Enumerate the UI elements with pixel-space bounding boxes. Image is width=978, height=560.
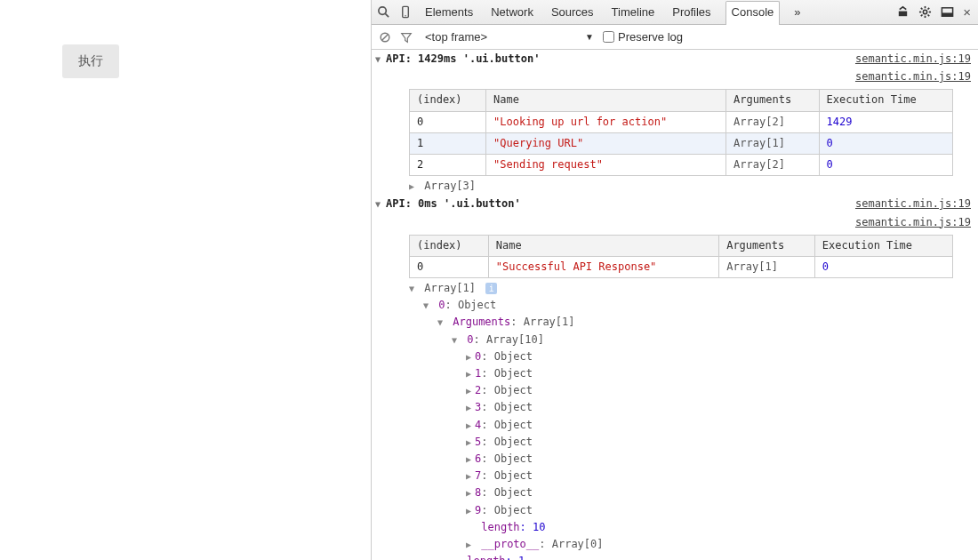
tree-leaf: length: 1: [409, 553, 978, 560]
preserve-log[interactable]: Preserve log: [603, 30, 683, 44]
tree-leaf: length: 10: [409, 519, 978, 536]
disclosure-triangle-icon[interactable]: ▶: [466, 538, 475, 552]
source-link[interactable]: semantic.min.js:19: [855, 68, 971, 85]
frame-label: <top frame>: [425, 30, 487, 44]
preserve-log-checkbox[interactable]: [603, 31, 614, 43]
th-index: (index): [410, 90, 486, 111]
disclosure-triangle-icon[interactable]: ▶: [409, 180, 418, 194]
svg-line-11: [928, 15, 930, 17]
svg-line-17: [382, 34, 389, 40]
tab-elements[interactable]: Elements: [421, 1, 477, 24]
svg-point-5: [924, 10, 927, 13]
table-row: 0 "Successful API Response" Array[1] 0: [410, 256, 953, 277]
tree-node[interactable]: ▶7: Object: [409, 468, 978, 484]
console-table: (index) Name Arguments Execution Time 0 …: [409, 89, 953, 176]
th-time: Execution Time: [814, 235, 952, 256]
disclosure-triangle-icon[interactable]: ▶: [466, 367, 475, 381]
filter-icon[interactable]: [400, 31, 413, 44]
disclosure-triangle-icon[interactable]: ▶: [466, 469, 475, 484]
svg-line-13: [928, 8, 930, 10]
svg-line-10: [921, 8, 923, 10]
disclosure-triangle-icon[interactable]: ▶: [466, 436, 475, 450]
console-subbar: <top frame> ▼ Preserve log: [372, 25, 978, 50]
disclosure-triangle-icon[interactable]: ▶: [466, 452, 475, 467]
table-row: 2 "Sending request" Array[2] 0: [410, 154, 953, 175]
page-left-pane: 执行: [0, 0, 371, 560]
log-summary-text: API: 0ms '.ui.button': [386, 196, 521, 212]
disclosure-triangle-icon[interactable]: ▼: [409, 282, 418, 296]
svg-rect-4: [899, 12, 907, 17]
th-args: Arguments: [726, 90, 819, 111]
svg-marker-18: [402, 33, 412, 42]
tabs-overflow[interactable]: »: [790, 1, 804, 24]
tab-profiles[interactable]: Profiles: [669, 1, 714, 24]
tree-node[interactable]: ▶ __proto__: Array[0]: [409, 536, 978, 553]
tab-timeline[interactable]: Timeline: [608, 1, 659, 24]
gear-icon[interactable]: [918, 5, 932, 19]
disclosure-triangle-icon[interactable]: ▶: [466, 401, 475, 415]
tree-node[interactable]: ▶3: Object: [409, 399, 978, 416]
tree-node[interactable]: ▶8: Object: [409, 484, 978, 501]
log-group-summary[interactable]: ▼ API: 0ms '.ui.button' semantic.min.js:…: [372, 195, 978, 213]
tree-node[interactable]: ▶9: Object: [409, 502, 978, 519]
tree-node[interactable]: ▶ Array[3]: [409, 178, 978, 195]
disclosure-triangle-icon[interactable]: ▼: [437, 316, 446, 330]
tab-network[interactable]: Network: [487, 1, 537, 24]
frame-selector[interactable]: <top frame> ▼: [425, 30, 594, 44]
tree-node[interactable]: ▶6: Object: [409, 451, 978, 468]
preserve-log-label: Preserve log: [618, 30, 683, 44]
tree-node[interactable]: ▶2: Object: [409, 382, 978, 399]
disclosure-triangle-icon[interactable]: ▼: [452, 333, 461, 348]
th-name: Name: [488, 235, 718, 256]
tree-node[interactable]: ▶1: Object: [409, 365, 978, 382]
devtools-tabs: Elements Network Sources Timeline Profil…: [421, 0, 805, 24]
tree-node[interactable]: ▼ Arguments: Array[1]: [409, 314, 978, 331]
disclosure-triangle-icon[interactable]: ▶: [466, 419, 475, 433]
caret-down-icon: ▼: [585, 32, 594, 42]
svg-line-1: [385, 13, 389, 17]
source-link[interactable]: semantic.min.js:19: [855, 51, 971, 68]
tree-node[interactable]: ▶5: Object: [409, 434, 978, 451]
table-row: 0 "Looking up url for action" Array[2] 1…: [410, 111, 953, 132]
th-name: Name: [486, 90, 726, 111]
object-tree: ▼ Array[1] i ▼ 0: Object ▼ Arguments: Ar…: [409, 280, 978, 560]
devtools-panel: Elements Network Sources Timeline Profil…: [371, 0, 978, 560]
console-output[interactable]: ▼ API: 1429ms '.ui.button' semantic.min.…: [372, 50, 978, 560]
table-row: 1 "Querying URL" Array[1] 0: [410, 132, 953, 154]
devtools-toolbar: Elements Network Sources Timeline Profil…: [372, 0, 978, 25]
console-table: (index) Name Arguments Execution Time 0 …: [409, 235, 953, 278]
source-link[interactable]: semantic.min.js:19: [855, 196, 971, 212]
tree-node[interactable]: ▼ Array[1] i: [409, 280, 978, 297]
svg-line-12: [921, 15, 923, 17]
drawer-toggle-icon[interactable]: [896, 5, 910, 19]
tree-node[interactable]: ▼ 0: Array[10]: [409, 332, 978, 348]
disclosure-triangle-icon[interactable]: ▶: [466, 384, 475, 398]
close-icon[interactable]: ×: [963, 5, 971, 19]
disclosure-triangle-icon[interactable]: ▶: [466, 350, 475, 364]
info-icon[interactable]: i: [485, 283, 497, 294]
search-icon[interactable]: [377, 5, 390, 19]
tab-sources[interactable]: Sources: [548, 1, 597, 24]
tree-node[interactable]: ▶0: Object: [409, 348, 978, 365]
clear-console-icon[interactable]: [379, 31, 391, 44]
tree-node[interactable]: ▼ 0: Object: [409, 297, 978, 314]
disclosure-triangle-icon[interactable]: ▼: [423, 299, 432, 313]
svg-point-0: [379, 7, 386, 14]
log-group-summary[interactable]: ▼ API: 1429ms '.ui.button' semantic.min.…: [372, 50, 978, 68]
run-button[interactable]: 执行: [62, 44, 119, 78]
svg-rect-15: [942, 12, 953, 16]
log-summary-text: API: 1429ms '.ui.button': [386, 51, 540, 68]
device-icon[interactable]: [399, 5, 413, 19]
th-args: Arguments: [719, 235, 815, 256]
th-index: (index): [410, 235, 489, 256]
disclosure-triangle-icon[interactable]: ▶: [466, 504, 475, 518]
tree-node[interactable]: ▶4: Object: [409, 417, 978, 434]
disclosure-triangle-icon[interactable]: ▶: [466, 486, 475, 500]
svg-point-3: [405, 15, 406, 17]
th-time: Execution Time: [819, 90, 952, 111]
tab-console[interactable]: Console: [725, 1, 781, 25]
disclosure-triangle-icon[interactable]: ▼: [375, 197, 386, 212]
dock-icon[interactable]: [941, 5, 954, 19]
source-link[interactable]: semantic.min.js:19: [855, 214, 971, 231]
disclosure-triangle-icon[interactable]: ▼: [375, 52, 386, 67]
